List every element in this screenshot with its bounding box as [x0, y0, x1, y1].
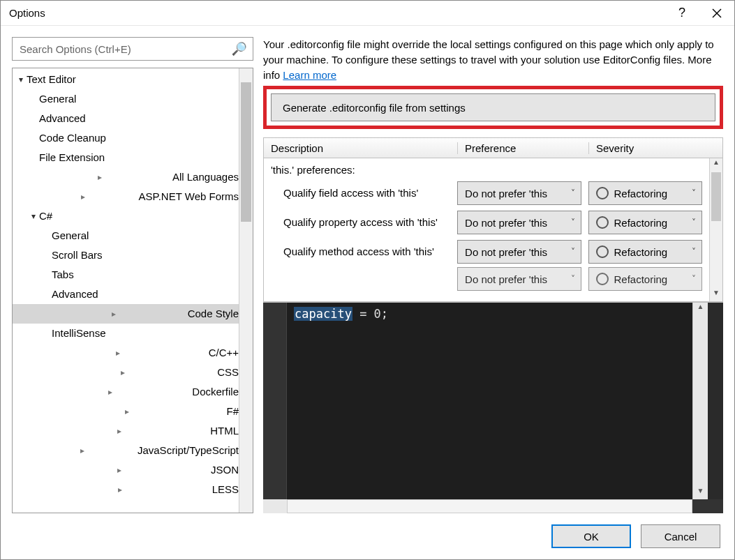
- help-button[interactable]: ?: [665, 1, 699, 26]
- scrollbar-thumb[interactable]: [711, 172, 721, 221]
- tree-expander-icon[interactable]: [28, 480, 212, 499]
- tree-item-html[interactable]: HTML: [13, 421, 239, 441]
- col-description[interactable]: Description: [264, 142, 458, 154]
- grid-body: 'this.' preferences: Qualify field acces…: [263, 158, 723, 302]
- tree-item-label: F#: [226, 402, 239, 421]
- tree-item-label: JavaScript/TypeScript: [138, 441, 239, 460]
- preference-value: Do not prefer 'this: [465, 246, 547, 258]
- tree-item-general[interactable]: General: [13, 226, 239, 245]
- scroll-down-icon[interactable]: ▼: [710, 289, 722, 301]
- tree-expander-icon[interactable]: [40, 304, 188, 324]
- tree-item-label: Scroll Bars: [52, 245, 103, 265]
- pref-description: Qualify method access with 'this': [283, 245, 450, 259]
- preference-value: Do not prefer 'this: [465, 217, 547, 229]
- code-hscrollbar[interactable]: [263, 499, 723, 513]
- ok-button[interactable]: OK: [551, 524, 631, 548]
- tree-item-intellisense[interactable]: IntelliSense: [13, 324, 239, 343]
- tree-item-label: Dockerfile: [192, 382, 239, 402]
- severity-value: Refactoring: [614, 217, 668, 229]
- cancel-button[interactable]: Cancel: [641, 524, 720, 548]
- grid-scrollbar[interactable]: ▲ ▼: [709, 158, 723, 301]
- tree-expander-icon[interactable]: [28, 167, 172, 187]
- tree-item-label: Advanced: [52, 285, 98, 304]
- tree-item-json[interactable]: JSON: [13, 460, 239, 480]
- severity-dropdown[interactable]: Refactoring: [588, 240, 703, 264]
- tree-item-label: Code Style: [188, 304, 239, 324]
- tree-item-less[interactable]: LESS: [13, 480, 239, 499]
- severity-dropdown[interactable]: Refactoring: [588, 267, 703, 291]
- tree-expander-icon[interactable]: [15, 70, 27, 89]
- generate-button-label: Generate .editorconfig file from setting…: [283, 102, 466, 114]
- preference-row: Qualify method access with 'this'Do not …: [264, 237, 709, 266]
- preference-dropdown[interactable]: Do not prefer 'this: [457, 267, 581, 291]
- preference-dropdown[interactable]: Do not prefer 'this: [457, 240, 581, 264]
- tree-item-c-[interactable]: C#: [13, 206, 239, 226]
- scrollbar-thumb[interactable]: [241, 82, 251, 222]
- code-preview: capacity = 0; ▲▼: [263, 302, 723, 513]
- tree-item-c-c-[interactable]: C/C++: [13, 343, 239, 363]
- tree-expander-icon[interactable]: [28, 363, 217, 382]
- tree-item-code-cleanup[interactable]: Code Cleanup: [13, 128, 239, 148]
- pref-description: Qualify property access with 'this': [283, 215, 450, 229]
- window-title: Options: [9, 7, 665, 19]
- severity-none-icon: [596, 187, 609, 199]
- grid-rows: 'this.' preferences: Qualify field acces…: [264, 158, 709, 301]
- tree-expander-icon[interactable]: [28, 382, 192, 402]
- tree-expander-icon[interactable]: [28, 460, 211, 480]
- generate-editorconfig-button[interactable]: Generate .editorconfig file from setting…: [271, 93, 715, 121]
- tree-item-css[interactable]: CSS: [13, 363, 239, 382]
- tree-item-label: LESS: [212, 480, 239, 499]
- tree-item-label: C#: [39, 206, 52, 226]
- col-preference[interactable]: Preference: [458, 142, 589, 154]
- tree-item-label: HTML: [210, 421, 239, 441]
- tree-item-label: General: [39, 89, 76, 109]
- tree-item-general[interactable]: General: [13, 89, 239, 109]
- tree-item-label: ASP.NET Web Forms: [139, 187, 239, 206]
- tree-item-f-[interactable]: F#: [13, 402, 239, 421]
- preference-row: Do not prefer 'thisRefactoring: [264, 266, 709, 292]
- search-input[interactable]: [18, 43, 232, 56]
- code-editor[interactable]: capacity = 0;: [287, 303, 692, 499]
- severity-dropdown[interactable]: Refactoring: [588, 211, 703, 234]
- titlebar: Options ?: [1, 1, 734, 26]
- preference-dropdown[interactable]: Do not prefer 'this: [457, 181, 581, 205]
- cancel-label: Cancel: [665, 531, 697, 543]
- tree-item-dockerfile[interactable]: Dockerfile: [13, 382, 239, 402]
- tree-item-code-style[interactable]: Code Style: [13, 304, 239, 324]
- preference-value: Do not prefer 'this: [465, 273, 547, 285]
- close-button[interactable]: [699, 1, 734, 26]
- tree-expander-icon[interactable]: [28, 206, 39, 226]
- col-severity[interactable]: Severity: [589, 142, 722, 154]
- tree-item-asp-net-web-forms[interactable]: ASP.NET Web Forms: [13, 187, 239, 206]
- tree-expander-icon[interactable]: [28, 343, 209, 363]
- code-rest: = 0;: [352, 307, 388, 321]
- preference-row: Qualify property access with 'this'Do no…: [264, 208, 709, 237]
- tree-item-scroll-bars[interactable]: Scroll Bars: [13, 245, 239, 265]
- severity-value: Refactoring: [614, 246, 668, 258]
- options-tree[interactable]: Text EditorGeneralAdvancedCode CleanupFi…: [13, 68, 239, 513]
- tree-expander-icon[interactable]: [28, 187, 139, 206]
- tree-scrollbar[interactable]: [239, 68, 253, 513]
- tree-item-advanced[interactable]: Advanced: [13, 109, 239, 128]
- tree-item-label: IntelliSense: [52, 324, 106, 343]
- tree-expander-icon[interactable]: [28, 402, 226, 421]
- tree-expander-icon[interactable]: [28, 441, 138, 460]
- tree-item-text-editor[interactable]: Text Editor: [13, 70, 239, 89]
- dialog-buttons: OK Cancel: [1, 513, 734, 559]
- tree-item-advanced[interactable]: Advanced: [13, 285, 239, 304]
- tree-item-file-extension[interactable]: File Extension: [13, 148, 239, 167]
- preference-value: Do not prefer 'this: [465, 188, 547, 199]
- code-vscrollbar[interactable]: ▲▼: [692, 303, 708, 499]
- tree-expander-icon[interactable]: [28, 421, 210, 441]
- tree-item-javascript-typescript[interactable]: JavaScript/TypeScript: [13, 441, 239, 460]
- preference-dropdown[interactable]: Do not prefer 'this: [457, 211, 581, 234]
- learn-more-link[interactable]: Learn more: [283, 69, 336, 81]
- tree-item-tabs[interactable]: Tabs: [13, 265, 239, 285]
- search-box[interactable]: 🔍: [12, 37, 253, 61]
- severity-dropdown[interactable]: Refactoring: [588, 181, 703, 205]
- tree-item-all-languages[interactable]: All Languages: [13, 167, 239, 187]
- tree-item-label: JSON: [211, 460, 239, 480]
- scroll-up-icon[interactable]: ▲: [710, 158, 722, 171]
- right-panel: Your .editorconfig file might override t…: [263, 37, 723, 513]
- search-icon: 🔍: [232, 41, 247, 56]
